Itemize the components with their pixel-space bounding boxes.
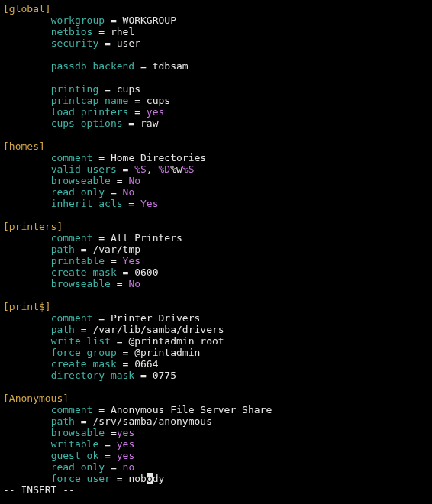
key-homes-readonly: read only (51, 186, 105, 198)
val-forceuser-post: dy (153, 473, 165, 484)
key-writelist: write list (51, 335, 111, 347)
key-printing: printing (51, 83, 99, 95)
key-loadprinters: load printers (51, 106, 129, 118)
key-printers-path: path (51, 244, 75, 255)
key-anon-writable: writable (51, 438, 99, 450)
key-anon-readonly: read only (51, 461, 105, 473)
val-forceuser-pre: nob (128, 473, 146, 484)
val-pd-comment: Printer Drivers (111, 312, 200, 324)
key-anon-browsable: browsable (51, 427, 105, 438)
val-anon-browsable: yes (117, 427, 134, 438)
vim-mode-status: -- INSERT -- (3, 484, 75, 496)
key-homes-browseable: browseable (51, 175, 111, 186)
indent (3, 15, 51, 26)
section-global-header: [global] (3, 3, 51, 15)
key-printable: printable (51, 255, 105, 267)
val-forcegroup: @printadmin (134, 347, 200, 358)
val-writelist: @printadmin root (128, 335, 224, 347)
key-forcegroup: force group (51, 347, 117, 358)
key-printcap: printcap name (51, 95, 129, 106)
val-anon-writable: yes (117, 438, 134, 450)
key-anon-comment: comment (51, 404, 93, 415)
key-pd-cmask: create mask (51, 358, 117, 370)
section-homes-header: [homes] (3, 141, 45, 152)
key-dirmask: directory mask (51, 370, 135, 381)
eq: = (105, 15, 122, 26)
val-anon-readonly: no (123, 461, 135, 473)
val-pd-cmask: 0664 (134, 358, 158, 370)
key-inheritacls: inherit acls (51, 198, 123, 209)
key-anon-path: path (51, 415, 75, 427)
key-security: security (51, 37, 99, 49)
key-guestok: guest ok (51, 450, 99, 461)
val-netbios: rhel (111, 26, 134, 37)
section-printdollar-header: [print$] (3, 301, 51, 312)
key-netbios: netbios (51, 26, 93, 37)
key-printers-comment: comment (51, 232, 93, 244)
val-printable: Yes (123, 255, 140, 267)
val-workgroup: WORKGROUP (123, 15, 176, 26)
key-cupsoptions: cups options (51, 118, 123, 129)
val-printers-path: /var/tmp (92, 244, 140, 255)
key-printers-browseable: browseable (51, 278, 111, 289)
val-homes-browseable: No (128, 175, 140, 186)
key-passdb: passdb backend (51, 60, 135, 72)
val-printers-cmask: 0600 (134, 267, 158, 278)
key-validusers: valid users (51, 163, 117, 175)
key-pd-path: path (51, 324, 75, 335)
key-pd-comment: comment (51, 312, 93, 324)
val-inheritacls: Yes (140, 198, 158, 209)
val-security: user (117, 37, 140, 49)
val-printers-comment: All Printers (111, 232, 182, 244)
section-printers-header: [printers] (3, 221, 63, 232)
key-workgroup: workgroup (51, 15, 105, 26)
val-homes-readonly: No (123, 186, 135, 198)
val-printing: cups (117, 83, 140, 95)
val-passdb: tdbsam (153, 60, 189, 72)
val-dirmask: 0775 (153, 370, 176, 381)
val-anon-path: /srv/samba/anonymous (92, 415, 212, 427)
val-printcap: cups (147, 95, 170, 106)
cursor: o (147, 473, 153, 484)
val-pd-path: /var/lib/samba/drivers (92, 324, 224, 335)
val-cupsoptions: raw (140, 118, 158, 129)
val-printers-browseable: No (128, 278, 140, 289)
section-anonymous-header: [Anonymous] (3, 393, 69, 404)
val-guestok: yes (117, 450, 134, 461)
val-homes-comment: Home Directories (111, 152, 206, 163)
val-anon-comment: Anonymous File Server Share (111, 404, 272, 415)
key-forceuser: force user (51, 473, 111, 484)
val-loadprinters: yes (147, 106, 164, 118)
val-validusers-a: %S (134, 163, 147, 175)
key-printers-cmask: create mask (51, 267, 117, 278)
vim-editor[interactable]: [global] workgroup = WORKGROUP netbios =… (0, 0, 432, 499)
key-homes-comment: comment (51, 152, 93, 163)
